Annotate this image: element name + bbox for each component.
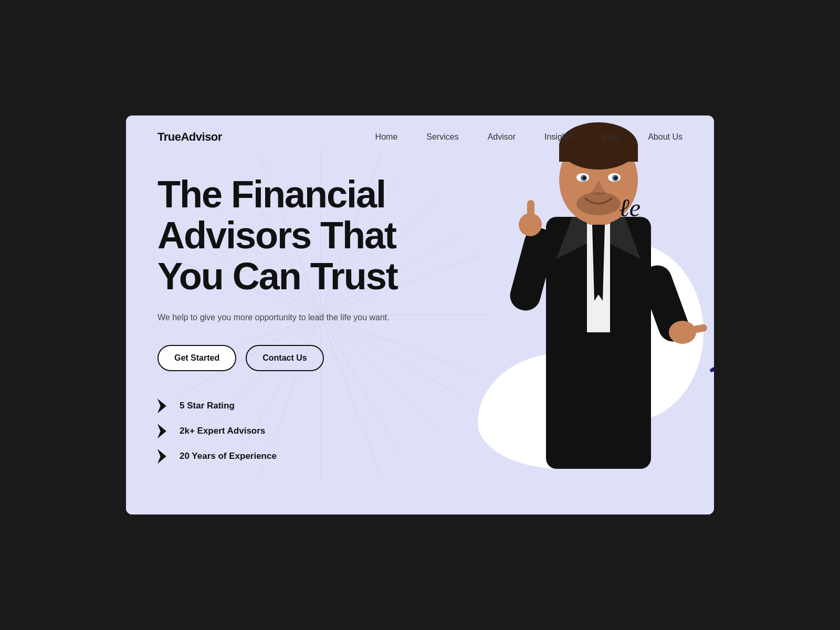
- svg-point-39: [576, 192, 621, 215]
- nav-links: Home Services Advisor Insights Blog Abou…: [375, 132, 682, 142]
- hero-left: The Financial Advisors That You Can Trus…: [158, 169, 452, 464]
- stat-label-rating: 5 Star Rating: [180, 401, 235, 411]
- svg-marker-28: [592, 225, 605, 301]
- stat-item-advisors: 2k+ Expert Advisors: [158, 424, 452, 438]
- hero-right: ✳ ℓe: [452, 169, 682, 464]
- navbar: TrueAdvisor Home Services Advisor Insigh…: [126, 116, 714, 159]
- hero-subtitle: We help to give you more opportunity to …: [158, 311, 452, 324]
- browser-window: TrueAdvisor Home Services Advisor Insigh…: [126, 116, 714, 514]
- svg-rect-42: [527, 200, 534, 232]
- nav-item-blog[interactable]: Blog: [602, 132, 619, 142]
- stat-label-advisors: 2k+ Expert Advisors: [180, 426, 265, 436]
- hero-content: The Financial Advisors That You Can Trus…: [126, 159, 714, 485]
- swirl-decoration: ℓe: [619, 195, 640, 220]
- button-group: Get Started Contact Us: [158, 345, 452, 371]
- get-started-button[interactable]: Get Started: [158, 345, 236, 371]
- hero-title: The Financial Advisors That You Can Trus…: [158, 174, 452, 297]
- hero-section: TrueAdvisor Home Services Advisor Insigh…: [126, 116, 714, 514]
- arrow-icon-3: [158, 449, 172, 464]
- stat-item-rating: 5 Star Rating: [158, 398, 452, 413]
- stripe-decoration: [709, 364, 714, 380]
- logo: TrueAdvisor: [158, 130, 222, 144]
- svg-point-37: [583, 176, 586, 180]
- contact-us-button[interactable]: Contact Us: [246, 345, 323, 371]
- nav-item-services[interactable]: Services: [426, 132, 458, 142]
- stats-list: 5 Star Rating 2k+ Expert Advisors 20 Yea…: [158, 398, 452, 464]
- nav-item-about[interactable]: About Us: [648, 132, 682, 142]
- nav-item-home[interactable]: Home: [375, 132, 398, 142]
- stat-item-experience: 20 Years of Experience: [158, 449, 452, 464]
- nav-item-advisor[interactable]: Advisor: [488, 132, 516, 142]
- svg-point-38: [614, 176, 617, 180]
- arrow-icon-1: [158, 398, 172, 413]
- stat-label-experience: 20 Years of Experience: [180, 451, 277, 461]
- person-figure: [472, 116, 714, 469]
- nav-item-insights[interactable]: Insights: [544, 132, 573, 142]
- arrow-icon-2: [158, 424, 172, 438]
